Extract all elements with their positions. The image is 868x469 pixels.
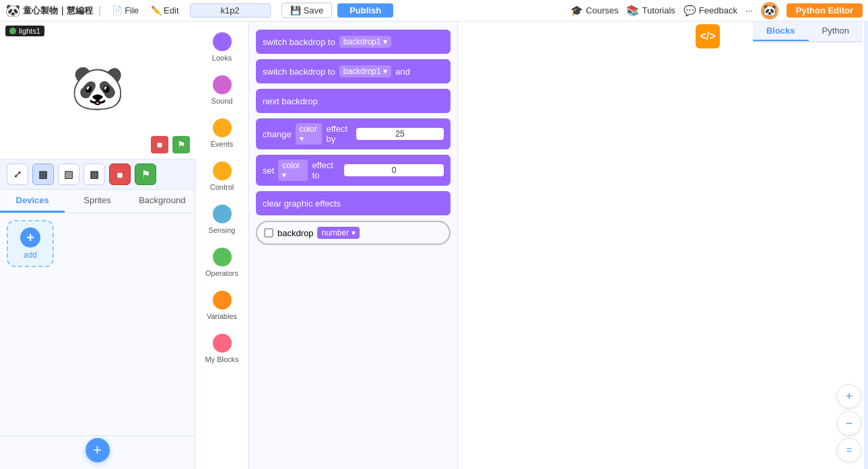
operators-label: Operators xyxy=(205,269,238,277)
grid1-button[interactable]: ▦ xyxy=(32,164,54,185)
more-icon: ··· xyxy=(745,5,753,15)
expand-view-button[interactable]: ⤢ xyxy=(7,164,28,185)
tab-background[interactable]: Background xyxy=(130,190,195,213)
zoom-out-button[interactable]: − xyxy=(837,411,861,435)
grid2-button[interactable]: ▨ xyxy=(58,164,79,185)
flag-view-button[interactable]: ⚑ xyxy=(135,164,156,185)
category-operators[interactable]: Operators xyxy=(199,242,246,283)
code-icon[interactable]: </> xyxy=(696,24,720,48)
zoom-reset-button[interactable]: = xyxy=(837,438,861,462)
block-switch-backdrop-text1: switch backdrop to xyxy=(263,37,335,47)
zoom-in-button[interactable]: + xyxy=(837,384,861,408)
blocks-panel: switch backdrop to backdrop1 ▾ switch ba… xyxy=(249,22,458,469)
sprite-content: + add xyxy=(0,213,195,435)
stop-view-button[interactable]: ■ xyxy=(109,164,131,185)
block-categories: Looks Sound Events Control Sensing Opera… xyxy=(195,22,249,469)
control-dot xyxy=(213,161,232,180)
courses-button[interactable]: 🎓 Courses xyxy=(570,5,618,17)
category-myblocks[interactable]: My Blocks xyxy=(199,328,246,369)
block-set-effect-input[interactable] xyxy=(344,164,444,176)
logo: 🐼 童心製物｜慧編程 xyxy=(5,3,93,18)
tab-python[interactable]: Python xyxy=(809,22,863,41)
block-set-color-dropdown[interactable]: color ▾ xyxy=(278,159,308,181)
block-backdrop-number-dropdown[interactable]: number ▾ xyxy=(317,227,359,239)
flag-button[interactable]: ⚑ xyxy=(172,136,190,153)
menu-file[interactable]: 📄 File xyxy=(106,3,144,17)
block-backdrop-number[interactable]: backdrop number ▾ xyxy=(256,221,450,245)
main-area: lights1 🐼 ■ ⚑ ⤢ ▦ ▨ ▩ ■ ⚑ Devices Sprite… xyxy=(0,22,868,469)
block-switch-backdrop-dropdown[interactable]: backdrop1 ▾ xyxy=(339,36,391,48)
workspace-scrollbar[interactable] xyxy=(864,22,868,469)
block-switch-backdrop[interactable]: switch backdrop to backdrop1 ▾ xyxy=(256,30,450,54)
more-button[interactable]: ··· xyxy=(745,5,753,15)
feedback-button[interactable]: 💬 Feedback xyxy=(683,5,737,17)
stage-lights: lights1 xyxy=(5,26,44,36)
add-sprite-label: add xyxy=(24,250,37,260)
operators-dot xyxy=(213,248,232,266)
courses-icon: 🎓 xyxy=(570,5,583,17)
save-icon: 💾 xyxy=(290,5,301,15)
left-panel: lights1 🐼 ■ ⚑ ⤢ ▦ ▨ ▩ ■ ⚑ Devices Sprite… xyxy=(0,22,195,469)
sprite-tabs: Devices Sprites Background xyxy=(0,190,195,213)
block-switch-backdrop-and-text1: switch backdrop to xyxy=(263,67,335,77)
block-change-color-dropdown[interactable]: color ▾ xyxy=(296,123,323,145)
add-bottom-button[interactable]: + xyxy=(86,438,110,462)
category-variables[interactable]: Variables xyxy=(199,285,246,326)
topbar-actions: 💾 Save Publish xyxy=(281,3,394,18)
avatar[interactable]: 🐼 xyxy=(761,2,778,20)
menu-edit[interactable]: ✏️ Edit xyxy=(145,3,184,17)
menu-edit-label: Edit xyxy=(164,5,178,15)
stop-button[interactable]: ■ xyxy=(151,136,168,153)
sensing-label: Sensing xyxy=(209,226,236,234)
tab-blocks[interactable]: Blocks xyxy=(753,22,809,41)
lights-dot xyxy=(9,28,16,34)
menu-file-label: File xyxy=(125,5,139,15)
category-events[interactable]: Events xyxy=(199,113,246,153)
courses-label: Courses xyxy=(586,5,618,15)
sound-dot xyxy=(213,75,232,94)
block-backdrop-number-checkbox[interactable] xyxy=(264,228,273,238)
add-sprite-button[interactable]: + add xyxy=(7,220,54,267)
block-change-effect-input[interactable] xyxy=(356,128,444,140)
add-sprite-icon: + xyxy=(20,227,40,248)
topbar-right: 🎓 Courses 📚 Tutorials 💬 Feedback ··· 🐼 P… xyxy=(570,2,863,20)
tab-sprites[interactable]: Sprites xyxy=(65,190,129,213)
block-switch-backdrop-and-dropdown[interactable]: backdrop1 ▾ xyxy=(339,65,391,77)
stage-area: lights1 🐼 ■ ⚑ xyxy=(0,22,195,159)
block-set-text: set xyxy=(263,166,274,176)
block-change-color-effect[interactable]: change color ▾ effect by xyxy=(256,118,450,149)
events-label: Events xyxy=(211,140,234,148)
block-change-effect-text: effect by xyxy=(326,124,352,144)
tutorials-button[interactable]: 📚 Tutorials xyxy=(626,5,675,17)
block-set-color-effect[interactable]: set color ▾ effect to xyxy=(256,155,450,186)
zoom-controls: + − = xyxy=(837,384,861,462)
grid3-button[interactable]: ▩ xyxy=(84,164,105,185)
events-dot xyxy=(213,118,232,137)
tab-devices[interactable]: Devices xyxy=(0,190,65,213)
project-name[interactable]: k1p2 xyxy=(190,3,271,17)
divider1: | xyxy=(98,5,101,17)
category-control[interactable]: Control xyxy=(199,156,246,196)
workspace[interactable]: Blocks Python </> + − = xyxy=(458,22,868,469)
menu-edit-icon: ✏️ xyxy=(151,5,162,15)
category-sensing[interactable]: Sensing xyxy=(199,199,246,240)
publish-button[interactable]: Publish xyxy=(337,3,393,17)
sound-label: Sound xyxy=(211,97,233,105)
category-sound[interactable]: Sound xyxy=(199,70,246,110)
logo-text: 童心製物｜慧編程 xyxy=(23,5,93,17)
block-next-backdrop[interactable]: next backdrop xyxy=(256,89,450,113)
block-clear-graphic-effects[interactable]: clear graphic effects xyxy=(256,191,450,215)
lights-label: lights1 xyxy=(19,27,40,35)
stage-controls: ■ ⚑ xyxy=(151,136,190,153)
variables-label: Variables xyxy=(207,312,237,320)
right-tab-bar: Blocks Python xyxy=(753,22,863,42)
view-controls: ⤢ ▦ ▨ ▩ ■ ⚑ xyxy=(0,159,195,190)
variables-dot xyxy=(213,291,232,310)
category-looks[interactable]: Looks xyxy=(199,27,246,67)
python-editor-button[interactable]: Python Editor xyxy=(787,3,863,17)
save-button[interactable]: 💾 Save xyxy=(281,3,333,18)
block-set-effect-text: effect to xyxy=(312,160,340,180)
block-switch-backdrop-and-text2: and xyxy=(395,67,410,77)
block-next-backdrop-text: next backdrop xyxy=(263,96,318,106)
block-switch-backdrop-and[interactable]: switch backdrop to backdrop1 ▾ and xyxy=(256,59,450,83)
